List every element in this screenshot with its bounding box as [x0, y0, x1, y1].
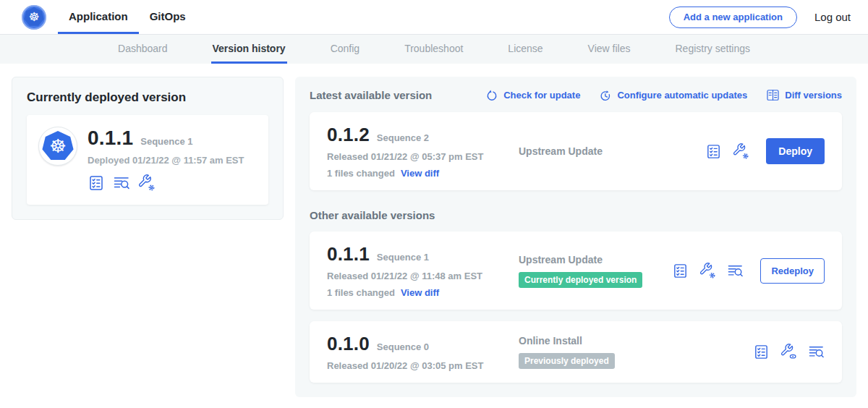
configure-automatic-updates-link[interactable]: Configure automatic updates: [599, 89, 747, 102]
diff-versions-link[interactable]: Diff versions: [766, 88, 842, 102]
subnav-license[interactable]: License: [506, 35, 544, 64]
wrench-gear-icon[interactable]: [699, 263, 716, 279]
version-source-label: Online Install: [519, 335, 582, 347]
redeploy-button[interactable]: Redeploy: [760, 258, 825, 284]
other-available-title: Other available versions: [310, 209, 842, 221]
subnav-dashboard[interactable]: Dashboard: [116, 35, 169, 64]
version-history-panel: Latest available version Check for updat…: [295, 77, 856, 397]
deployed-sequence-label: Sequence 1: [140, 136, 192, 147]
deployed-version-box: ☸ 0.1.1 Sequence 1 Deployed 01/21/22 @ 1…: [27, 115, 268, 205]
logout-button[interactable]: Log out: [814, 11, 851, 23]
app-header: ☸ Application GitOps Add a new applicati…: [0, 0, 868, 35]
version-row-0-1-0: 0.1.0 Sequence 0 Released 01/20/22 @ 03:…: [310, 321, 842, 383]
subnav-view-files[interactable]: View files: [587, 35, 632, 64]
currently-deployed-badge: Currently deployed version: [519, 272, 642, 288]
sequence-label: Sequence 0: [377, 341, 429, 352]
deploy-button[interactable]: Deploy: [766, 138, 825, 164]
subnav-version-history[interactable]: Version history: [211, 35, 287, 64]
checklist-icon[interactable]: [88, 174, 105, 192]
header-right: Add a new application Log out: [669, 0, 851, 34]
version-row-0-1-2: 0.1.2 Sequence 2 Released 01/21/22 @ 05:…: [310, 112, 842, 190]
released-timestamp: Released 01/20/22 @ 03:05 pm EST: [327, 360, 519, 371]
clock-refresh-icon: [599, 89, 612, 102]
diff-columns-icon: [766, 88, 780, 102]
view-diff-link[interactable]: View diff: [401, 168, 439, 179]
version-number: 0.1.0: [327, 333, 370, 355]
released-timestamp: Released 01/21/22 @ 05:37 pm EST: [327, 151, 519, 162]
sequence-label: Sequence 2: [377, 132, 429, 143]
view-diff-link[interactable]: View diff: [401, 287, 439, 298]
wrench-eye-icon[interactable]: [780, 344, 797, 360]
kubernetes-app-icon: ☸: [38, 127, 77, 166]
released-timestamp: Released 01/21/22 @ 11:48 am EST: [327, 271, 519, 281]
file-diff-icon[interactable]: [808, 344, 825, 360]
sequence-label: Sequence 1: [377, 252, 429, 263]
subnav-registry-settings[interactable]: Registry settings: [674, 35, 752, 64]
checklist-icon[interactable]: [672, 263, 689, 279]
header-tabs: Application GitOps: [58, 0, 197, 34]
tab-gitops[interactable]: GitOps: [139, 0, 197, 34]
subnav-config[interactable]: Config: [329, 35, 361, 64]
deployed-version-number: 0.1.1: [88, 127, 133, 150]
version-row-0-1-1: 0.1.1 Sequence 1 Released 01/21/22 @ 11:…: [310, 231, 842, 310]
currently-deployed-card: Currently deployed version ☸ 0.1.1 Seque…: [12, 77, 284, 220]
wrench-gear-icon[interactable]: [138, 174, 156, 192]
latest-available-title: Latest available version: [310, 89, 432, 101]
app-subnav: Dashboard Version history Config Trouble…: [0, 35, 868, 64]
check-for-update-link[interactable]: Check for update: [485, 89, 580, 102]
app-logo: ☸: [22, 0, 46, 34]
refresh-icon: [485, 89, 498, 102]
checklist-icon[interactable]: [753, 344, 770, 360]
file-diff-icon[interactable]: [727, 263, 744, 279]
tab-application[interactable]: Application: [58, 0, 139, 34]
previously-deployed-badge: Previously deployed: [519, 353, 615, 369]
kubernetes-logo-icon: ☸: [22, 5, 46, 30]
currently-deployed-title: Currently deployed version: [27, 90, 268, 105]
version-source-label: Upstream Update: [519, 145, 603, 157]
subnav-troubleshoot[interactable]: Troubleshoot: [403, 35, 464, 64]
version-number: 0.1.1: [327, 243, 370, 265]
main-content: Currently deployed version ☸ 0.1.1 Seque…: [0, 64, 868, 408]
version-source-label: Upstream Update: [519, 254, 603, 265]
version-number: 0.1.2: [327, 124, 370, 146]
file-diff-icon[interactable]: [113, 174, 130, 192]
add-application-button[interactable]: Add a new application: [669, 7, 797, 28]
wrench-gear-icon[interactable]: [733, 143, 749, 160]
files-changed-label: 1 files changed: [327, 168, 395, 179]
checklist-icon[interactable]: [705, 143, 722, 160]
files-changed-label: 1 files changed: [327, 287, 395, 298]
deployed-timestamp: Deployed 01/21/22 @ 11:57 am EST: [88, 155, 244, 166]
